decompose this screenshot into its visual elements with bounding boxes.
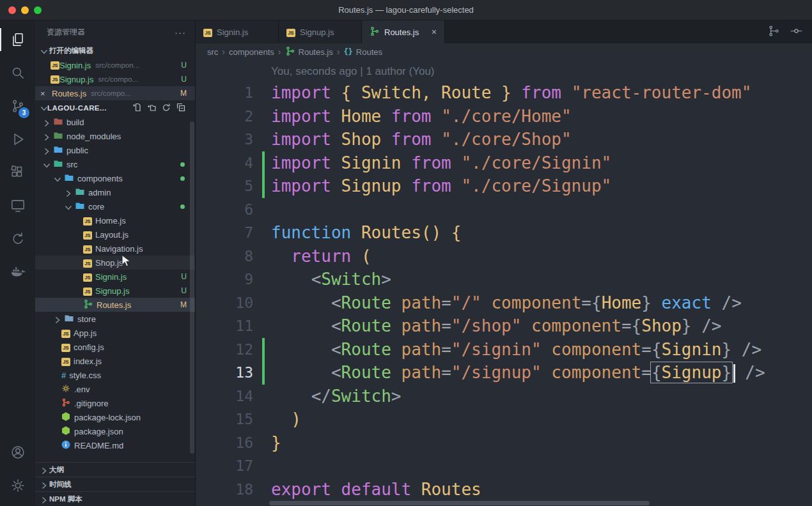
- open-editor-Signin.js[interactable]: JSSignin.jssrc/compon...U: [35, 58, 195, 72]
- sidebar-section-大纲[interactable]: 大纲: [35, 462, 195, 477]
- close-tab-icon[interactable]: ×: [432, 27, 437, 37]
- toggle-inline-view-icon[interactable]: [790, 24, 803, 40]
- refresh-icon[interactable]: [161, 102, 171, 114]
- js-file-icon: JS: [83, 229, 92, 240]
- breadcrumb-item-src[interactable]: src: [207, 47, 218, 57]
- code-line-14[interactable]: 14 </Switch>: [196, 385, 812, 408]
- open-editor-Signup.js[interactable]: JSSignup.jssrc/compo...U: [35, 72, 195, 86]
- tree-item-label: config.js: [74, 342, 104, 352]
- codelens-annotation[interactable]: You, seconds ago | 1 author (You): [196, 60, 812, 81]
- js-file-icon: JS: [61, 328, 70, 338]
- code-editor[interactable]: You, seconds ago | 1 author (You) 1impor…: [196, 60, 812, 506]
- folder-icon: [75, 187, 85, 199]
- tree-item-style.css[interactable]: #style.css: [35, 368, 195, 382]
- tree-item-src[interactable]: src: [35, 157, 195, 171]
- code-line-10[interactable]: 10 <Route path="/" component={Home} exac…: [196, 291, 812, 315]
- git-status-badge: U: [181, 286, 187, 295]
- code-line-7[interactable]: 7function Routes() {: [196, 221, 812, 245]
- code-line-9[interactable]: 9 <Switch>: [196, 268, 812, 291]
- tree-item-config.js[interactable]: JSconfig.js: [35, 340, 195, 354]
- folder-icon: [64, 172, 74, 185]
- code-line-16[interactable]: 16}: [196, 431, 812, 455]
- tree-item-README.md[interactable]: README.md: [35, 438, 195, 452]
- code-line-17[interactable]: 17: [196, 454, 812, 478]
- remote-explorer-icon[interactable]: [0, 189, 35, 222]
- chevron-down-icon: [52, 174, 61, 183]
- minimize-window-button[interactable]: [21, 6, 29, 14]
- tree-item-Shop.js[interactable]: JSShop.js: [35, 256, 195, 270]
- tree-item-public[interactable]: public: [35, 143, 195, 157]
- chevron-down-icon: [42, 160, 50, 169]
- sidebar-section-NPM 脚本[interactable]: NPM 脚本: [35, 491, 195, 506]
- tree-item-index.js[interactable]: JSindex.js: [35, 354, 195, 368]
- js-file-icon: JS: [286, 27, 295, 37]
- new-file-icon[interactable]: [132, 102, 142, 114]
- open-changes-icon[interactable]: [767, 24, 781, 40]
- open-editor-Routes.js[interactable]: ×Routes.jssrc/compo...M: [35, 86, 195, 100]
- more-actions-icon[interactable]: ···: [175, 27, 186, 38]
- tree-item-label: Layout.js: [95, 230, 129, 240]
- css-file-icon: #: [61, 371, 66, 380]
- sidebar-section-时间线[interactable]: 时间线: [35, 477, 195, 491]
- tree-item-package-lock.json[interactable]: package-lock.json: [35, 410, 195, 424]
- tree-item-Signin.js[interactable]: JSSignin.jsU: [35, 270, 195, 284]
- code-line-6[interactable]: 6: [196, 198, 812, 222]
- project-root-header[interactable]: LAGOU-CARE...: [35, 100, 195, 115]
- code-line-3[interactable]: 3import Shop from "./core/Shop": [196, 128, 812, 151]
- run-debug-icon[interactable]: [0, 123, 35, 156]
- settings-gear-icon[interactable]: [0, 469, 35, 502]
- open-editors-header[interactable]: 打开的编辑器: [35, 43, 195, 58]
- tree-item-label: src: [66, 160, 77, 169]
- tree-item-node_modules[interactable]: node_modules: [35, 129, 195, 143]
- tree-item-Routes.js[interactable]: Routes.jsM: [35, 298, 195, 312]
- chevron-right-icon: [42, 118, 50, 126]
- tree-item-Layout.js[interactable]: JSLayout.js: [35, 227, 195, 241]
- collapse-all-icon[interactable]: [176, 102, 186, 114]
- breadcrumb-item-Routes[interactable]: {}Routes: [343, 47, 382, 57]
- code-line-8[interactable]: 8 return (: [196, 245, 812, 268]
- code-line-1[interactable]: 1import { Switch, Route } from "react-ro…: [196, 81, 812, 105]
- tab-Signin.js[interactable]: JSSignin.js: [196, 20, 279, 43]
- tree-item-App.js[interactable]: JSApp.js: [35, 326, 195, 340]
- tree-item-build[interactable]: build: [35, 115, 195, 129]
- open-editor-label: Signup.js: [59, 75, 93, 84]
- code-line-18[interactable]: 18export default Routes: [196, 478, 812, 502]
- code-line-2[interactable]: 2import Home from "./core/Home": [196, 105, 812, 128]
- source-control-icon[interactable]: 3: [0, 89, 35, 123]
- sync-icon[interactable]: [0, 222, 35, 256]
- code-line-15[interactable]: 15 ): [196, 408, 812, 431]
- tree-item-package.json[interactable]: package.json: [35, 424, 195, 438]
- search-icon[interactable]: [0, 56, 35, 89]
- code-line-12[interactable]: 12 <Route path="/signin" component={Sign…: [196, 338, 812, 362]
- docker-icon[interactable]: [0, 256, 35, 289]
- code-line-13[interactable]: 13 <Route path="/signup" component={Sign…: [196, 361, 812, 385]
- tree-item-Navigation.js[interactable]: JSNavigation.js: [35, 241, 195, 256]
- horizontal-scrollbar[interactable]: [269, 501, 650, 505]
- sidebar-scrollbar[interactable]: [190, 121, 194, 454]
- extensions-icon[interactable]: [0, 156, 35, 189]
- close-editor-icon[interactable]: ×: [40, 89, 51, 98]
- tree-item-.gitignore[interactable]: .gitignore: [35, 396, 195, 410]
- account-icon[interactable]: [0, 436, 35, 469]
- breadcrumb-item-Routes.js[interactable]: Routes.js: [285, 46, 333, 58]
- code-line-11[interactable]: 11 <Route path="/shop" component={Shop} …: [196, 314, 812, 338]
- code-line-5[interactable]: 5import Signup from "./core/Signup": [196, 174, 812, 198]
- tree-item-store[interactable]: store: [35, 312, 195, 326]
- sidebar-header: 资源管理器 ···: [35, 20, 195, 43]
- symbol-icon: {}: [343, 47, 352, 56]
- zoom-window-button[interactable]: [34, 6, 42, 14]
- tree-item-components[interactable]: components: [35, 171, 195, 185]
- tree-item-label: store: [77, 314, 96, 324]
- tab-Signup.js[interactable]: JSSignup.js: [279, 20, 362, 43]
- tree-item-.env[interactable]: .env: [35, 382, 195, 396]
- code-line-4[interactable]: 4import Signin from "./core/Signin": [196, 151, 812, 175]
- tree-item-Signup.js[interactable]: JSSignup.jsU: [35, 284, 195, 298]
- tab-Routes.js[interactable]: Routes.js×: [362, 20, 445, 43]
- explorer-icon[interactable]: [0, 23, 35, 56]
- breadcrumb-item-components[interactable]: components: [229, 47, 274, 57]
- new-folder-icon[interactable]: [146, 102, 157, 114]
- tree-item-core[interactable]: core: [35, 199, 195, 213]
- close-window-button[interactable]: [8, 6, 16, 14]
- tree-item-Home.js[interactable]: JSHome.js: [35, 213, 195, 227]
- tree-item-admin[interactable]: admin: [35, 185, 195, 199]
